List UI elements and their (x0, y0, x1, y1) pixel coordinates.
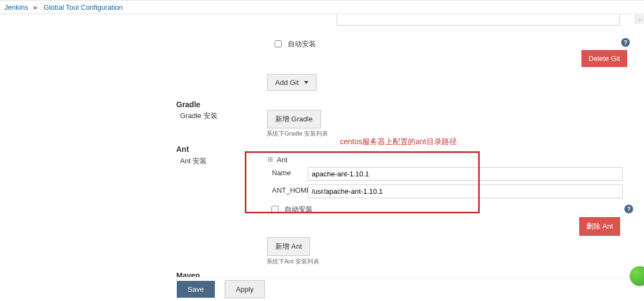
help-icon[interactable]: ? (621, 38, 630, 47)
breadcrumb-current[interactable]: Global Tool Configuration (44, 3, 123, 11)
ant-item-title: Ant (277, 156, 288, 164)
ant-home-label: ANT_HOME (272, 186, 311, 194)
git-auto-install-row: 自动安装 (273, 39, 316, 49)
save-button[interactable]: Save (177, 281, 215, 298)
gradle-install-label: Gradle 安装 (180, 111, 218, 121)
add-gradle-button[interactable]: 新增 Gradle (267, 110, 321, 128)
add-git-label: Add Git (275, 78, 299, 87)
annotation-text: centos服务器上配置的ant目录路径 (340, 137, 457, 147)
drag-handle-icon[interactable] (268, 157, 274, 163)
ant-install-label: Ant 安装 (180, 156, 207, 166)
apply-button[interactable]: Apply (225, 280, 265, 298)
breadcrumb: Jenkins ▶ Global Tool Configuration (0, 0, 644, 14)
caret-down-icon (304, 81, 308, 84)
ant-name-label: Name (272, 169, 291, 177)
delete-ant-button[interactable]: 删除 Ant (579, 217, 620, 236)
git-auto-install-checkbox[interactable] (275, 40, 282, 47)
delete-git-button[interactable]: Delete Git (581, 50, 627, 67)
content-scroll-area: 自动安装 ? Delete Git Add Git Gradle Gradle … (0, 14, 644, 292)
git-auto-install-label: 自动安装 (288, 39, 316, 49)
ant-hint: 系统下Ant 安装列表 (267, 257, 319, 266)
help-icon[interactable]: ? (624, 205, 633, 213)
ant-auto-install-checkbox[interactable] (271, 206, 278, 213)
add-git-button[interactable]: Add Git (267, 74, 317, 91)
git-input-tail (337, 14, 620, 26)
ant-auto-install-row: 自动安装 (269, 204, 313, 214)
gradle-heading: Gradle (176, 97, 200, 112)
add-ant-button[interactable]: 新增 Ant (267, 237, 310, 256)
breadcrumb-root[interactable]: Jenkins (4, 3, 28, 11)
ant-heading: Ant (176, 142, 189, 157)
gradle-hint: 系统下Gradle 安装列表 (267, 130, 328, 138)
ant-home-input[interactable] (308, 185, 623, 198)
ant-name-input[interactable] (308, 167, 623, 181)
chevron-right-icon: ▶ (34, 4, 38, 10)
ant-auto-install-label: 自动安装 (284, 205, 313, 214)
bottom-bar: Save Apply (177, 277, 629, 301)
